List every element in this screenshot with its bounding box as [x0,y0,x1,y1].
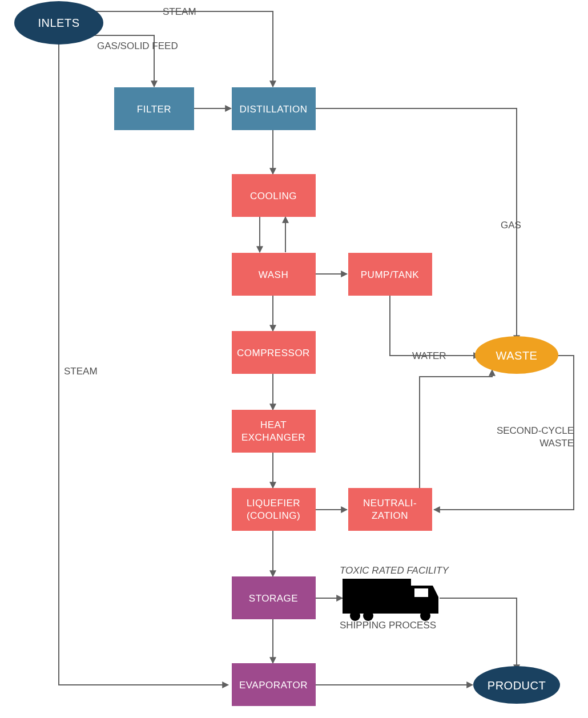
label-water: WATER [412,350,446,361]
label-gas: GAS [501,220,521,231]
label-gas-solid-feed: GAS/SOLID FEED [97,41,178,51]
svg-text:NEUTRALI-: NEUTRALI- [363,498,417,509]
label-second-cycle-2: WASTE [539,438,574,449]
node-product: PRODUCT [473,666,560,704]
label-shipping: SHIPPING PROCESS [340,620,436,631]
node-pump-tank: PUMP/TANK [348,253,432,296]
svg-text:HEAT: HEAT [260,419,287,430]
svg-text:WASH: WASH [259,269,288,280]
node-liquefier: LIQUEFIER (COOLING) [232,488,316,531]
svg-text:COOLING: COOLING [250,191,297,201]
node-compressor: COMPRESSOR [232,331,316,374]
label-second-cycle-1: SECOND-CYCLE [497,425,574,436]
svg-text:WASTE: WASTE [496,349,538,362]
svg-point-34 [350,611,360,621]
node-neutralization: NEUTRALI- ZATION [348,488,432,531]
svg-text:(COOLING): (COOLING) [247,510,300,521]
svg-rect-32 [414,588,428,597]
node-distillation: DISTILLATION [232,87,316,130]
svg-rect-14 [232,410,316,453]
svg-text:FILTER: FILTER [137,104,171,115]
label-steam-left: STEAM [64,366,98,377]
svg-rect-20 [348,488,432,531]
svg-text:PRODUCT: PRODUCT [488,679,546,692]
svg-text:EXCHANGER: EXCHANGER [241,432,305,443]
svg-text:STORAGE: STORAGE [249,593,298,604]
node-cooling: COOLING [232,174,316,217]
svg-text:DISTILLATION: DISTILLATION [239,104,307,115]
node-evaporator: EVAPORATOR [232,663,316,706]
node-inlets: INLETS [14,1,103,45]
node-waste: WASTE [475,336,558,374]
svg-text:LIQUEFIER: LIQUEFIER [247,498,300,509]
label-toxic-facility: TOXIC RATED FACILITY [340,565,449,576]
node-filter: FILTER [114,87,194,130]
node-storage: STORAGE [232,576,316,619]
svg-point-35 [363,611,373,621]
process-flow-diagram: STEAM GAS/SOLID FEED GAS WATER SECOND-CY… [0,0,588,718]
label-steam-top: STEAM [163,6,196,17]
svg-point-36 [420,611,430,621]
svg-rect-17 [232,488,316,531]
truck-icon [343,579,438,621]
node-heat-exchanger: HEAT EXCHANGER [232,410,316,453]
svg-rect-31 [343,579,411,610]
svg-text:EVAPORATOR: EVAPORATOR [239,680,308,691]
svg-text:PUMP/TANK: PUMP/TANK [361,269,420,280]
svg-text:INLETS: INLETS [38,17,79,29]
svg-text:COMPRESSOR: COMPRESSOR [237,348,310,358]
svg-text:ZATION: ZATION [372,510,408,521]
node-wash: WASH [232,253,316,296]
